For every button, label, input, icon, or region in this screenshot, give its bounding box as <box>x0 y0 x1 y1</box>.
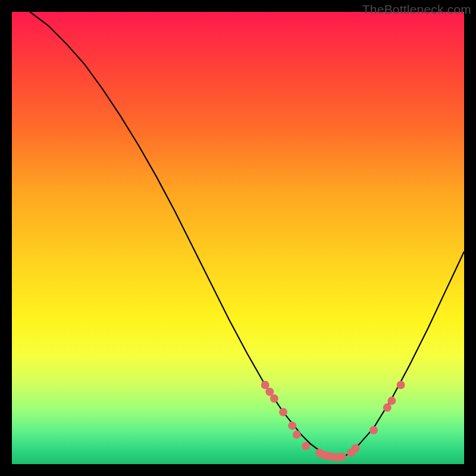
plot-area <box>12 12 464 464</box>
chart-svg <box>12 12 464 464</box>
data-marker <box>387 397 396 405</box>
data-marker <box>265 387 274 396</box>
data-marker <box>302 442 310 450</box>
data-marker <box>397 381 405 389</box>
data-marker <box>279 408 287 416</box>
data-marker <box>352 444 360 452</box>
bottleneck-curve <box>30 12 464 458</box>
data-marker <box>270 394 278 403</box>
data-markers <box>261 381 405 462</box>
data-marker <box>293 431 301 439</box>
watermark-text: TheBottleneck.com <box>362 2 471 17</box>
data-marker <box>369 426 378 434</box>
chart-frame <box>12 12 464 464</box>
data-marker <box>338 453 346 461</box>
data-marker <box>288 421 296 430</box>
data-marker <box>261 381 270 389</box>
data-marker <box>383 403 392 412</box>
